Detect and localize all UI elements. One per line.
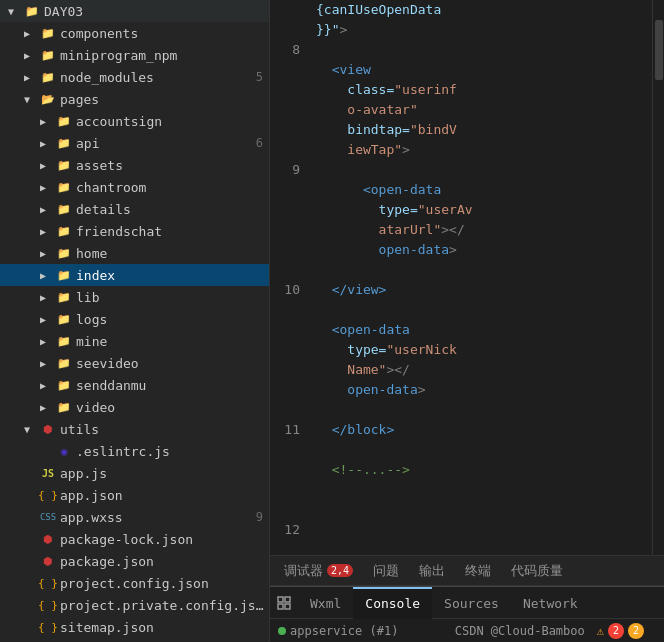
folder-friendschat[interactable]: ▶ 📁 friendschat <box>0 220 269 242</box>
root-arrow: ▼ <box>8 6 24 17</box>
devtools-tab-wxml[interactable]: Wxml <box>298 587 353 619</box>
file-eslintrc[interactable]: ▶ ◉ .eslintrc.js <box>0 440 269 462</box>
folder-pages[interactable]: ▼ 📂 pages <box>0 88 269 110</box>
platform-status: CSDN @Cloud-Bamboo <box>455 624 585 638</box>
code-line: }}"> <box>316 20 652 40</box>
lib-label: lib <box>76 290 99 305</box>
code-line <box>316 440 652 460</box>
folder-accountsign[interactable]: ▶ 📁 accountsign <box>0 110 269 132</box>
warn-count: 2 <box>633 625 639 636</box>
file-packagelock[interactable]: ▶ ⬢ package-lock.json <box>0 528 269 550</box>
folder-details[interactable]: ▶ 📁 details <box>0 198 269 220</box>
file-packagejson[interactable]: ▶ ⬢ package.json <box>0 550 269 572</box>
index-arrow: ▶ <box>40 270 56 281</box>
devtools-tab-sources[interactable]: Sources <box>432 587 511 619</box>
devtools-tab-network[interactable]: Network <box>511 587 590 619</box>
tab-output[interactable]: 输出 <box>409 556 455 586</box>
svg-rect-1 <box>285 597 290 602</box>
warning-icon: ⚠ <box>597 624 604 638</box>
friendschat-label: friendschat <box>76 224 162 239</box>
chantroom-icon: 📁 <box>56 179 72 195</box>
tab-debug[interactable]: 调试器 2,4 <box>274 556 363 586</box>
code-line: <view <box>316 60 652 80</box>
folder-senddanmu[interactable]: ▶ 📁 senddanmu <box>0 374 269 396</box>
code-line <box>316 400 652 420</box>
error-count: 2 <box>613 625 619 636</box>
appwxss-icon: CSS <box>40 509 56 525</box>
code-content[interactable]: {canIUseOpenData }}"> <view class="useri… <box>308 0 652 555</box>
utils-icon: ⬢ <box>40 421 56 437</box>
scrollbar-thumb[interactable] <box>655 20 663 80</box>
seevideo-label: seevideo <box>76 356 139 371</box>
debug-badge: 2,4 <box>327 564 353 577</box>
home-label: home <box>76 246 107 261</box>
code-line: <!--...--> <box>316 460 652 480</box>
code-line: atarUrl"></ <box>316 220 652 240</box>
file-projectconfig[interactable]: ▶ { } project.config.json <box>0 572 269 594</box>
devtools-tab-console[interactable]: Console <box>353 587 432 619</box>
folder-logs[interactable]: ▶ 📁 logs <box>0 308 269 330</box>
lib-icon: 📁 <box>56 289 72 305</box>
folder-chantroom[interactable]: ▶ 📁 chantroom <box>0 176 269 198</box>
folder-assets[interactable]: ▶ 📁 assets <box>0 154 269 176</box>
lib-arrow: ▶ <box>40 292 56 303</box>
file-projectprivate[interactable]: ▶ { } project.private.config.json <box>0 594 269 616</box>
folder-miniprogram-npm[interactable]: ▶ 📁 miniprogram_npm <box>0 44 269 66</box>
svg-rect-3 <box>285 604 290 609</box>
code-line: </block> <box>316 420 652 440</box>
assets-label: assets <box>76 158 123 173</box>
editor-scrollbar[interactable] <box>652 0 664 555</box>
line-num-5: 5 <box>256 70 263 84</box>
folder-components[interactable]: ▶ 📁 components <box>0 22 269 44</box>
tab-terminal-label: 终端 <box>465 562 491 580</box>
projectprivate-label: project.private.config.json <box>60 598 269 613</box>
tab-issues[interactable]: 问题 <box>363 556 409 586</box>
folder-seevideo[interactable]: ▶ 📁 seevideo <box>0 352 269 374</box>
code-line: </view> <box>316 280 652 300</box>
seevideo-arrow: ▶ <box>40 358 56 369</box>
appwxss-label: app.wxss <box>60 510 123 525</box>
folder-utils[interactable]: ▼ ⬢ utils <box>0 418 269 440</box>
file-appwxss[interactable]: ▶ CSS app.wxss 9 <box>0 506 269 528</box>
code-line: open-data> <box>316 380 652 400</box>
folder-mine[interactable]: ▶ 📁 mine <box>0 330 269 352</box>
code-line <box>316 300 652 320</box>
api-label: api <box>76 136 99 151</box>
home-arrow: ▶ <box>40 248 56 259</box>
code-line: <open-data <box>316 320 652 340</box>
mine-icon: 📁 <box>56 333 72 349</box>
root-label: DAY03 <box>44 4 83 19</box>
video-label: video <box>76 400 115 415</box>
miniprogram-npm-icon: 📁 <box>40 47 56 63</box>
packagejson-label: package.json <box>60 554 154 569</box>
accountsign-icon: 📁 <box>56 113 72 129</box>
tab-codequality[interactable]: 代码质量 <box>501 556 573 586</box>
file-sitemapjson[interactable]: ▶ { } sitemap.json <box>0 616 269 638</box>
api-icon: 📁 <box>56 135 72 151</box>
file-appjson[interactable]: ▶ { } app.json <box>0 484 269 506</box>
devtools-console-label: Console <box>365 596 420 611</box>
folder-api[interactable]: ▶ 📁 api 6 <box>0 132 269 154</box>
eslintrc-icon: ◉ <box>56 443 72 459</box>
logs-icon: 📁 <box>56 311 72 327</box>
code-line: {canIUseOpenData <box>316 0 652 20</box>
folder-video[interactable]: ▶ 📁 video <box>0 396 269 418</box>
devtools-wxml-label: Wxml <box>310 596 341 611</box>
file-appjs[interactable]: ▶ JS app.js <box>0 462 269 484</box>
tab-terminal[interactable]: 终端 <box>455 556 501 586</box>
miniprogram-arrow: ▶ <box>24 50 40 61</box>
appjs-label: app.js <box>60 466 107 481</box>
details-label: details <box>76 202 131 217</box>
root-folder-icon: 📁 <box>24 3 40 19</box>
code-line: Name"></ <box>316 360 652 380</box>
root-folder[interactable]: ▼ 📁 DAY03 <box>0 0 269 22</box>
folder-node-modules[interactable]: ▶ 📁 node_modules 5 <box>0 66 269 88</box>
code-line: open-data> <box>316 240 652 260</box>
folder-index[interactable]: ▶ 📁 index <box>0 264 269 286</box>
logs-label: logs <box>76 312 107 327</box>
folder-lib[interactable]: ▶ 📁 lib <box>0 286 269 308</box>
devtools-inspect-icon[interactable] <box>270 589 298 617</box>
tab-issues-label: 问题 <box>373 562 399 580</box>
folder-home[interactable]: ▶ 📁 home <box>0 242 269 264</box>
appservice-dot <box>278 627 286 635</box>
